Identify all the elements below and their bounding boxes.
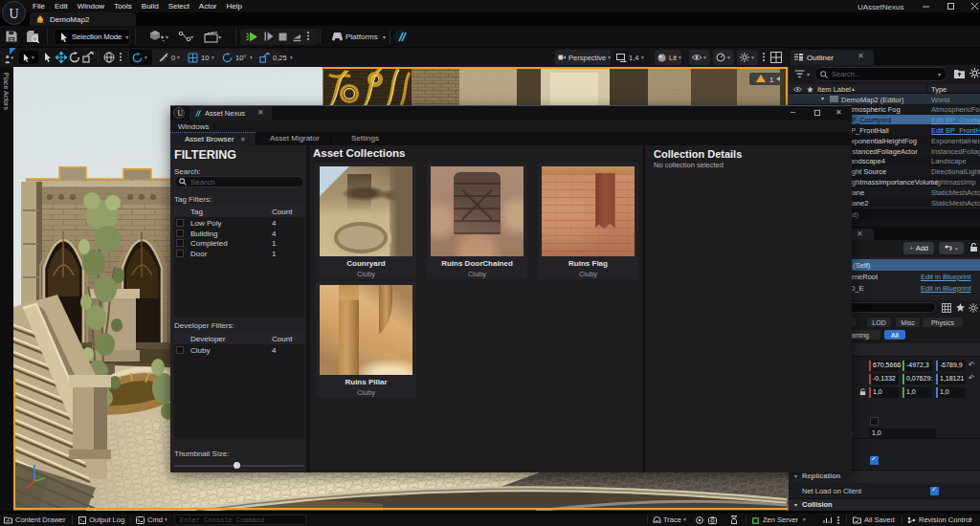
svg-text:1: 1: [769, 76, 774, 84]
